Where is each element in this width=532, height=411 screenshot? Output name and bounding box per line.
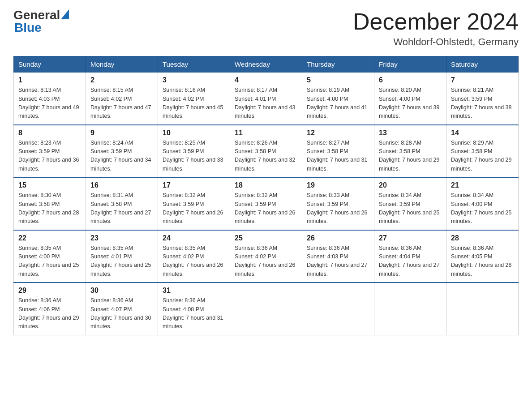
logo-triangle-icon: [61, 9, 69, 19]
day-number: 30: [90, 287, 153, 295]
weekday-header-sunday: Sunday: [14, 56, 86, 72]
month-title: December 2024: [353, 9, 519, 34]
day-number: 14: [451, 129, 514, 137]
day-number: 15: [18, 181, 81, 189]
day-info: Sunrise: 8:32 AMSunset: 3:59 PMDaylight:…: [235, 192, 296, 224]
day-number: 26: [307, 234, 369, 242]
day-number: 29: [18, 287, 81, 295]
weekday-header-monday: Monday: [86, 56, 158, 72]
calendar-cell: 7 Sunrise: 8:21 AMSunset: 3:59 PMDayligh…: [446, 72, 519, 125]
calendar-cell: 21 Sunrise: 8:34 AMSunset: 4:00 PMDaylig…: [446, 177, 519, 230]
location-title: Wohldorf-Ohlstedt, Germany: [353, 36, 519, 48]
title-area: December 2024 Wohldorf-Ohlstedt, Germany: [353, 9, 519, 48]
day-info: Sunrise: 8:20 AMSunset: 4:00 PMDaylight:…: [379, 87, 440, 119]
calendar-cell: 16 Sunrise: 8:31 AMSunset: 3:58 PMDaylig…: [86, 177, 158, 230]
day-info: Sunrise: 8:35 AMSunset: 4:02 PMDaylight:…: [163, 245, 223, 277]
day-info: Sunrise: 8:34 AMSunset: 3:59 PMDaylight:…: [379, 192, 440, 224]
calendar-cell: 13 Sunrise: 8:28 AMSunset: 3:58 PMDaylig…: [374, 125, 446, 178]
day-number: 8: [18, 129, 81, 137]
day-number: 6: [379, 76, 442, 84]
day-number: 10: [163, 129, 225, 137]
calendar-cell: 11 Sunrise: 8:26 AMSunset: 3:58 PMDaylig…: [230, 125, 302, 178]
logo: General Blue: [13, 9, 69, 34]
week-row-4: 22 Sunrise: 8:35 AMSunset: 4:00 PMDaylig…: [14, 230, 519, 283]
day-info: Sunrise: 8:19 AMSunset: 4:00 PMDaylight:…: [307, 87, 368, 119]
day-number: 3: [163, 76, 225, 84]
weekday-header-tuesday: Tuesday: [158, 56, 230, 72]
calendar-cell: 3 Sunrise: 8:16 AMSunset: 4:02 PMDayligh…: [158, 72, 230, 125]
day-number: 11: [235, 129, 297, 137]
day-number: 19: [307, 181, 369, 189]
calendar-cell: [230, 283, 302, 335]
calendar-cell: 25 Sunrise: 8:36 AMSunset: 4:02 PMDaylig…: [230, 230, 302, 283]
day-info: Sunrise: 8:29 AMSunset: 3:58 PMDaylight:…: [451, 140, 512, 172]
calendar-cell: 30 Sunrise: 8:36 AMSunset: 4:07 PMDaylig…: [86, 283, 158, 335]
day-info: Sunrise: 8:35 AMSunset: 4:00 PMDaylight:…: [18, 245, 79, 277]
day-info: Sunrise: 8:36 AMSunset: 4:06 PMDaylight:…: [18, 297, 79, 330]
day-number: 5: [307, 76, 369, 84]
day-number: 28: [451, 234, 514, 242]
calendar-cell: 31 Sunrise: 8:36 AMSunset: 4:08 PMDaylig…: [158, 283, 230, 335]
calendar-cell: [374, 283, 446, 335]
calendar-cell: 12 Sunrise: 8:27 AMSunset: 3:58 PMDaylig…: [302, 125, 374, 178]
day-info: Sunrise: 8:24 AMSunset: 3:59 PMDaylight:…: [90, 140, 151, 172]
day-number: 9: [90, 129, 153, 137]
weekday-header-friday: Friday: [374, 56, 446, 72]
day-info: Sunrise: 8:36 AMSunset: 4:05 PMDaylight:…: [451, 245, 512, 277]
calendar-cell: 15 Sunrise: 8:30 AMSunset: 3:58 PMDaylig…: [14, 177, 86, 230]
week-row-5: 29 Sunrise: 8:36 AMSunset: 4:06 PMDaylig…: [14, 283, 519, 335]
calendar-cell: 22 Sunrise: 8:35 AMSunset: 4:00 PMDaylig…: [14, 230, 86, 283]
calendar-cell: 17 Sunrise: 8:32 AMSunset: 3:59 PMDaylig…: [158, 177, 230, 230]
day-number: 31: [163, 287, 225, 295]
day-info: Sunrise: 8:23 AMSunset: 3:59 PMDaylight:…: [18, 140, 79, 172]
day-number: 22: [18, 234, 81, 242]
day-info: Sunrise: 8:21 AMSunset: 3:59 PMDaylight:…: [451, 87, 512, 119]
day-info: Sunrise: 8:27 AMSunset: 3:58 PMDaylight:…: [307, 140, 368, 172]
day-number: 18: [235, 181, 297, 189]
day-number: 23: [90, 234, 153, 242]
day-info: Sunrise: 8:36 AMSunset: 4:02 PMDaylight:…: [235, 245, 296, 277]
calendar-cell: 5 Sunrise: 8:19 AMSunset: 4:00 PMDayligh…: [302, 72, 374, 125]
calendar-cell: 9 Sunrise: 8:24 AMSunset: 3:59 PMDayligh…: [86, 125, 158, 178]
calendar-cell: 10 Sunrise: 8:25 AMSunset: 3:59 PMDaylig…: [158, 125, 230, 178]
day-info: Sunrise: 8:26 AMSunset: 3:58 PMDaylight:…: [235, 140, 296, 172]
day-info: Sunrise: 8:13 AMSunset: 4:03 PMDaylight:…: [18, 87, 79, 119]
day-number: 13: [379, 129, 442, 137]
day-number: 7: [451, 76, 514, 84]
day-info: Sunrise: 8:30 AMSunset: 3:58 PMDaylight:…: [18, 192, 79, 224]
calendar-cell: 20 Sunrise: 8:34 AMSunset: 3:59 PMDaylig…: [374, 177, 446, 230]
weekday-header-saturday: Saturday: [446, 56, 519, 72]
day-number: 27: [379, 234, 442, 242]
calendar-cell: 14 Sunrise: 8:29 AMSunset: 3:58 PMDaylig…: [446, 125, 519, 178]
day-number: 21: [451, 181, 514, 189]
day-number: 2: [90, 76, 153, 84]
calendar-cell: 26 Sunrise: 8:36 AMSunset: 4:03 PMDaylig…: [302, 230, 374, 283]
calendar-cell: [302, 283, 374, 335]
day-info: Sunrise: 8:36 AMSunset: 4:03 PMDaylight:…: [307, 245, 368, 277]
day-info: Sunrise: 8:34 AMSunset: 4:00 PMDaylight:…: [451, 192, 512, 224]
calendar-cell: 6 Sunrise: 8:20 AMSunset: 4:00 PMDayligh…: [374, 72, 446, 125]
day-info: Sunrise: 8:33 AMSunset: 3:59 PMDaylight:…: [307, 192, 368, 224]
week-row-1: 1 Sunrise: 8:13 AMSunset: 4:03 PMDayligh…: [14, 72, 519, 125]
day-info: Sunrise: 8:36 AMSunset: 4:04 PMDaylight:…: [379, 245, 440, 277]
day-info: Sunrise: 8:16 AMSunset: 4:02 PMDaylight:…: [163, 87, 223, 119]
calendar-cell: 18 Sunrise: 8:32 AMSunset: 3:59 PMDaylig…: [230, 177, 302, 230]
day-info: Sunrise: 8:36 AMSunset: 4:08 PMDaylight:…: [163, 297, 223, 330]
day-number: 12: [307, 129, 369, 137]
day-number: 4: [235, 76, 297, 84]
calendar-cell: 1 Sunrise: 8:13 AMSunset: 4:03 PMDayligh…: [14, 72, 86, 125]
calendar-cell: 19 Sunrise: 8:33 AMSunset: 3:59 PMDaylig…: [302, 177, 374, 230]
day-info: Sunrise: 8:17 AMSunset: 4:01 PMDaylight:…: [235, 87, 296, 119]
day-number: 25: [235, 234, 297, 242]
day-info: Sunrise: 8:25 AMSunset: 3:59 PMDaylight:…: [163, 140, 223, 172]
logo-blue-text: Blue: [14, 21, 42, 34]
calendar-table: SundayMondayTuesdayWednesdayThursdayFrid…: [13, 56, 519, 335]
day-info: Sunrise: 8:28 AMSunset: 3:58 PMDaylight:…: [379, 140, 440, 172]
calendar-cell: 29 Sunrise: 8:36 AMSunset: 4:06 PMDaylig…: [14, 283, 86, 335]
week-row-3: 15 Sunrise: 8:30 AMSunset: 3:58 PMDaylig…: [14, 177, 519, 230]
day-number: 17: [163, 181, 225, 189]
day-info: Sunrise: 8:32 AMSunset: 3:59 PMDaylight:…: [163, 192, 223, 224]
calendar-cell: 24 Sunrise: 8:35 AMSunset: 4:02 PMDaylig…: [158, 230, 230, 283]
calendar-cell: 27 Sunrise: 8:36 AMSunset: 4:04 PMDaylig…: [374, 230, 446, 283]
day-number: 20: [379, 181, 442, 189]
